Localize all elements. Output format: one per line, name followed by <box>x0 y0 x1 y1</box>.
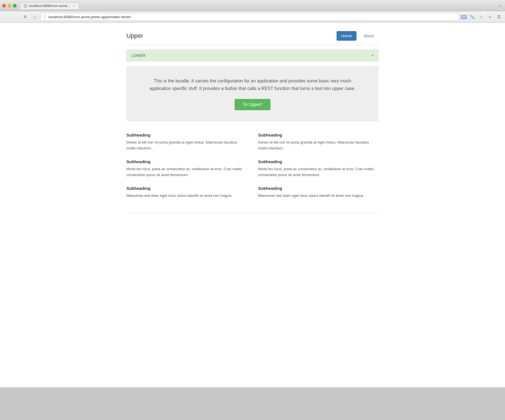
app-brand: Upper <box>126 32 143 40</box>
content-item-text: Donec id elit non mi porta gravida at eg… <box>126 140 247 151</box>
navbar-nav: Home About <box>337 31 379 41</box>
maximize-window-button[interactable] <box>13 4 17 8</box>
search-button[interactable]: 🔍 <box>468 13 476 21</box>
more-tools-button[interactable]: » <box>486 13 494 21</box>
minimize-window-button[interactable] <box>8 4 11 8</box>
browser-tab[interactable]: localhost:8080/com.acme... × <box>20 2 79 9</box>
content-item: SubheadingMorbi leo risus, porta ac cons… <box>126 159 247 178</box>
close-window-button[interactable] <box>2 4 6 8</box>
content-item-text: Morbi leo risus, porta ac consectetur ac… <box>126 166 247 178</box>
fullscreen-icon[interactable]: ⤢ <box>497 3 503 9</box>
footer-divider <box>126 213 379 213</box>
nav-about-link[interactable]: About <box>359 31 379 41</box>
content-item-heading: Subheading <box>258 133 379 137</box>
browser-content: Upper Home About LOWER × This is the bun… <box>0 23 505 387</box>
content-grid: SubheadingDonec id elit non mi porta gra… <box>126 127 379 204</box>
page-icon: 📄 <box>43 15 47 19</box>
alert-close-button[interactable]: × <box>371 53 374 58</box>
content-item: SubheadingMaecenas sed diam eget risus v… <box>258 186 379 199</box>
forward-button[interactable]: → <box>12 13 20 21</box>
content-item-text: Donec id elit non mi porta gravida at eg… <box>258 140 379 151</box>
browser-toolbar: ← → ↻ ⌂ 📄 localhost:8080/com.acme.prime.… <box>0 11 505 23</box>
content-item-heading: Subheading <box>258 186 379 191</box>
navbar: Upper Home About <box>126 28 379 45</box>
back-button[interactable]: ← <box>2 13 10 21</box>
traffic-lights <box>2 4 17 8</box>
browser-chrome: localhost:8080/com.acme... × ⤢ <box>0 0 505 11</box>
tab-bar: localhost:8080/com.acme... × <box>20 2 497 9</box>
content-item: SubheadingMorbi leo risus, porta ac cons… <box>258 159 379 178</box>
nav-home-link[interactable]: Home <box>337 31 356 41</box>
content-item-text: Maecenas sed diam eget risus varius blan… <box>258 193 379 199</box>
jumbotron: This is the bundle. It carries the confi… <box>126 66 379 121</box>
toolbar-actions: XY 🔍 ☆ » ☰ <box>461 13 503 21</box>
jumbotron-text: This is the bundle. It carries the confi… <box>143 77 362 92</box>
content-item-heading: Subheading <box>126 133 247 137</box>
browser-titlebar: localhost:8080/com.acme... × ⤢ <box>2 2 503 9</box>
menu-button[interactable]: ☰ <box>495 13 503 21</box>
home-button[interactable]: ⌂ <box>31 13 39 21</box>
tab-title: localhost:8080/com.acme... <box>29 4 70 8</box>
content-item-heading: Subheading <box>126 159 247 164</box>
content-item-text: Morbi leo risus, porta ac consectetur ac… <box>258 166 379 178</box>
content-item: SubheadingMaecenas sed diam eget risus v… <box>126 186 247 199</box>
new-tab-button[interactable] <box>80 3 88 9</box>
address-bar[interactable]: 📄 localhost:8080/com.acme.prime.upper/in… <box>40 13 459 21</box>
content-item-heading: Subheading <box>126 186 247 191</box>
alert-banner: LOWER × <box>126 50 379 61</box>
content-item-heading: Subheading <box>258 159 379 164</box>
reload-button[interactable]: ↻ <box>21 13 29 21</box>
content-item: SubheadingDonec id elit non mi porta gra… <box>258 133 379 151</box>
content-item: SubheadingDonec id elit non mi porta gra… <box>126 133 247 151</box>
content-item-text: Maecenas sed diam eget risus varius blan… <box>126 193 247 199</box>
bookmark-button[interactable]: ☆ <box>477 13 485 21</box>
xy-badge: XY <box>461 15 467 19</box>
address-text: localhost:8080/com.acme.prime.upper/inde… <box>48 15 131 19</box>
tab-close-button[interactable]: × <box>72 4 76 8</box>
to-upper-button[interactable]: To Upper! <box>235 99 270 110</box>
alert-message: LOWER <box>131 53 145 58</box>
page-wrapper: Upper Home About LOWER × This is the bun… <box>118 23 387 218</box>
tab-favicon-icon <box>24 4 27 8</box>
